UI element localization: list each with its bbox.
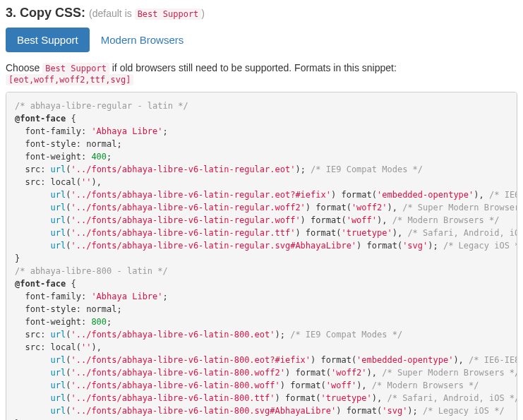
format-tabs: Best Support Modern Browsers (6, 28, 517, 52)
desc-code-best: Best Support (42, 63, 109, 74)
description-line: Choose Best Support if old browsers stil… (6, 62, 517, 85)
heading-default-code: Best Support (135, 8, 202, 20)
section-heading: 3. Copy CSS: (default is Best Support) (6, 6, 517, 20)
tab-modern-browsers[interactable]: Modern Browsers (90, 28, 196, 52)
heading-subtitle: (default is Best Support) (89, 8, 205, 19)
tab-best-support[interactable]: Best Support (6, 28, 90, 52)
css-code-block[interactable]: /* abhaya-libre-regular - latin */ @font… (6, 92, 517, 420)
desc-code-formats: [eot,woff,woff2,ttf,svg] (6, 74, 133, 85)
heading-title: 3. Copy CSS: (6, 6, 85, 20)
